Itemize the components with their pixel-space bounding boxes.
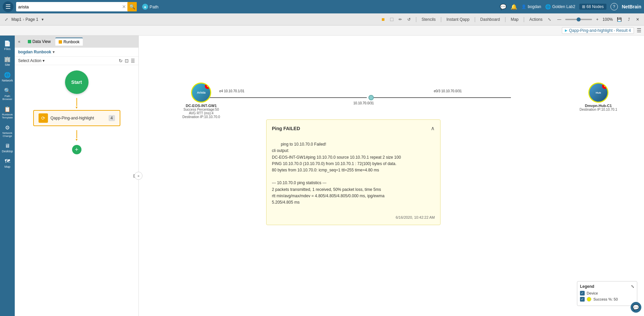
runbook-dropdown-arrow[interactable]: ▾ [53, 50, 55, 54]
files-icon: 📄 [4, 40, 11, 47]
tab-runbook[interactable]: Runbook [55, 38, 83, 46]
legend-item-success: ✓ Success %: 50 [580, 297, 634, 302]
nodes-label: 68 Nodes [586, 4, 603, 9]
legend-title: Legend ⤡ [580, 284, 634, 289]
node-dmvpn[interactable]: Hub + Dmvpn-Hub-C1 Destination IP:10.10.… [580, 83, 617, 111]
ping-line4: PING 10.10.70.0 (10.10.70.0) from 10.10.… [272, 161, 397, 166]
zoom-in-button[interactable]: + [594, 16, 600, 23]
zoom-out-button[interactable]: — [555, 16, 563, 23]
legend-device-checkbox[interactable]: ✓ [580, 291, 585, 296]
ping-line3: DC-EOS-INT-GW1#ping 10.10.70.0 source 10… [272, 155, 401, 160]
stencils-button[interactable]: Stencils [419, 16, 437, 23]
node-dc-eos-rtt: AVG RTT (ms):4 [189, 111, 213, 115]
tab-data-view[interactable]: Data View [24, 38, 54, 45]
panel-content: Start ⟳ Qapp-Ping-and-highlight 4 + [15, 65, 138, 316]
save-button[interactable]: 💾 [615, 16, 624, 23]
separator5: | [523, 16, 525, 22]
bell-icon[interactable]: 🔔 [511, 4, 517, 10]
page-dropdown-button[interactable]: ▾ [40, 16, 46, 23]
node-dmvpn-label: Dmvpn-Hub-C1 [585, 104, 612, 108]
hamburger-menu[interactable]: ☰ [3, 1, 13, 12]
search-button[interactable]: 🔍 [127, 2, 137, 11]
sidebar-item-path-browser[interactable]: 🔍 Path Browser [1, 86, 14, 103]
close-map-button[interactable]: ✕ [634, 16, 641, 23]
square-yellow-button[interactable]: ■ [379, 15, 387, 23]
help-icon: ? [613, 4, 615, 9]
square-outline-button[interactable]: □ [388, 15, 396, 23]
ping-popup-body: ping to 10.10.70.0 Failed! cli output: D… [272, 135, 435, 212]
collapse-panel-button[interactable]: « [16, 38, 22, 45]
qapp-box[interactable]: ⟳ Qapp-Ping-and-highlight 4 [33, 110, 120, 126]
actions-button[interactable]: Actions [527, 16, 544, 23]
sidebar-item-desktop[interactable]: 🖥 Desktop [1, 141, 14, 155]
zoom-slider[interactable] [565, 19, 592, 20]
legend-item-device: ✓ Device [580, 291, 634, 296]
undo-button[interactable]: ↺ [405, 16, 413, 23]
start-label: Start [71, 80, 82, 85]
select-action-button[interactable]: Select Action ▾ [18, 58, 45, 63]
topbar-right: 💬 🔔 👤 bogdan 🌐 Golden Lab2 ⊞ 68 Nodes ? … [500, 0, 641, 13]
lab-info[interactable]: 🌐 Golden Lab2 [545, 4, 575, 9]
sidebar-item-runbook-template[interactable]: 📋 Runbook Template [1, 104, 14, 121]
path-button[interactable]: ◈ Path [139, 2, 161, 11]
sidebar-item-network-change[interactable]: ⚙ Network Change [1, 122, 14, 140]
more-options-button[interactable]: ☰ [131, 58, 135, 63]
legend-success-dot [587, 297, 591, 302]
dashboard-button[interactable]: Dashboard [478, 16, 502, 23]
result-tab-icon: ▶ [565, 29, 568, 32]
result-tab[interactable]: ▶ Qapp-Ping-and-highlight - Result 4 [562, 27, 634, 34]
result-menu-button[interactable]: ☰ [637, 27, 641, 34]
user-info[interactable]: 👤 bogdan [521, 4, 541, 9]
ping-popup-close-button[interactable]: ∧ [431, 125, 435, 131]
fullscreen-button[interactable]: ⊡ [125, 58, 129, 63]
network-label: Network [2, 79, 13, 82]
share-button[interactable]: ⤴ [626, 16, 632, 23]
fit-map-button[interactable]: ⤢ [3, 16, 10, 23]
sidebar-item-map[interactable]: 🗺 Map [1, 156, 14, 170]
map-label: Map [4, 165, 10, 168]
node-dc-eos-dest: Destination IP:10.10.70.0 [182, 115, 220, 119]
node-dc-eos-circle: Arista + [191, 83, 211, 103]
pencil-button[interactable]: ✏ [397, 16, 404, 23]
ping-popup-title: Ping FAILED [272, 126, 300, 131]
link-label-2: e0/3 10.10.70.0/31 [434, 89, 462, 93]
node-dc-eos-success: Success Percentage:50 [183, 108, 219, 111]
node-dc-eos[interactable]: Arista + DC-EOS-INT-GW1 Success Percenta… [182, 83, 220, 119]
expand-panel-button[interactable]: » [134, 172, 142, 180]
chat-notification-icon[interactable]: 💬 [500, 4, 507, 10]
runbook-color [59, 40, 62, 44]
sidebar-item-network[interactable]: 🌐 Network [1, 70, 14, 84]
nodes-icon: ⊞ [582, 4, 585, 9]
legend-success-checkbox[interactable]: ✓ [580, 297, 585, 302]
flow-arrow-1 [76, 98, 77, 106]
node-dmvpn-inner-label: Hub [596, 91, 601, 94]
tb2-right: ⤡ — + 100% 💾 ⤴ ✕ [546, 16, 641, 23]
legend-success-label: Success %: 50 [593, 297, 618, 301]
chat-button[interactable]: 💬 [631, 302, 641, 313]
refresh-button[interactable]: ↻ [119, 58, 123, 63]
sidebar-icons: 📄 Files 🏢 Site 🌐 Network 🔍 Path Browser … [0, 36, 15, 316]
help-button[interactable]: ? [610, 3, 618, 10]
map-area[interactable]: Arista + DC-EOS-INT-GW1 Success Percenta… [139, 36, 644, 316]
ping-line1: ping to 10.10.70.0 Failed! [281, 142, 326, 147]
ping-line2: cli output: [272, 148, 289, 153]
map-icon: 🗺 [5, 158, 10, 164]
fit-screen-button[interactable]: ⤡ [546, 16, 553, 23]
path-browser-icon: 🔍 [4, 88, 11, 94]
sidebar-item-site[interactable]: 🏢 Site [1, 54, 14, 68]
add-step-button[interactable]: + [72, 145, 81, 154]
desktop-label: Desktop [2, 150, 13, 153]
start-circle[interactable]: Start [65, 70, 89, 94]
instant-qapp-button[interactable]: Instant Qapp [445, 16, 472, 23]
lab-name: Golden Lab2 [552, 4, 575, 9]
legend-expand-button[interactable]: ⤡ [631, 284, 634, 289]
clear-icon[interactable]: ✕ [122, 4, 126, 9]
map-button[interactable]: Map [509, 16, 520, 23]
runbook-template-icon: 📋 [4, 106, 11, 112]
node-dmvpn-circle: Hub + [588, 83, 608, 103]
nodes-badge[interactable]: ⊞ 68 Nodes [579, 4, 606, 10]
sidebar-item-files[interactable]: 📄 Files [1, 38, 14, 53]
search-input[interactable] [18, 4, 122, 9]
separator3: | [474, 16, 475, 22]
globe-icon: 🌐 [545, 4, 551, 9]
